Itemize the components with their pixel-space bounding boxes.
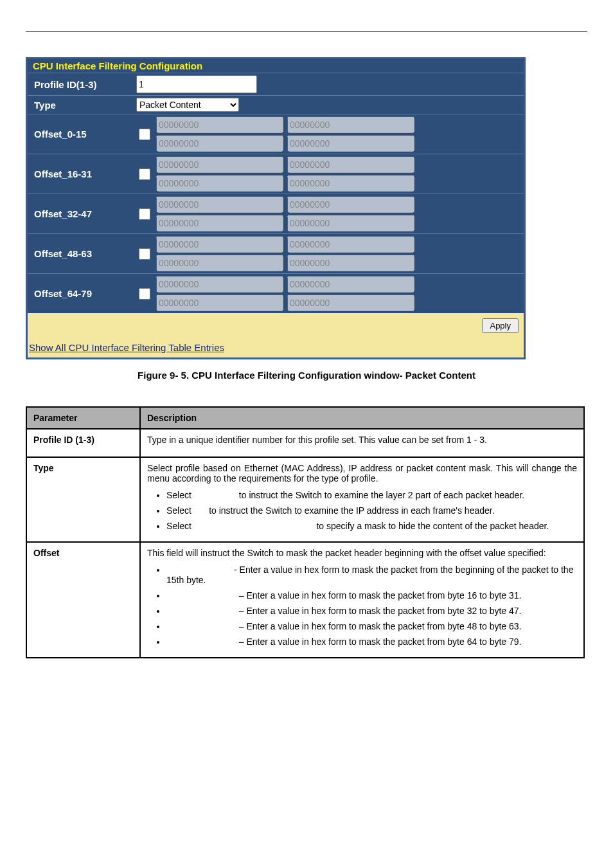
offset-32-47-input-a[interactable] <box>156 196 283 213</box>
offset-64-79-checkbox[interactable] <box>139 288 150 300</box>
col-parameter: Parameter <box>26 407 140 429</box>
offset-0-15-checkbox[interactable] <box>139 129 150 140</box>
offset-48-63-input-b[interactable] <box>287 236 414 253</box>
type-select[interactable]: Packet Content <box>136 98 239 112</box>
offset-48-63-input-d[interactable] <box>287 255 414 271</box>
profile-id-input[interactable] <box>136 75 257 93</box>
row-offset-label: Offset <box>26 542 140 658</box>
offset-0-15-input-a[interactable] <box>156 116 283 133</box>
offset-32-47-input-b[interactable] <box>287 196 414 213</box>
row-type-desc: Select profile based on Ethernet (MAC Ad… <box>140 457 584 542</box>
offset-64-79-label: Offset_64-79 <box>28 273 132 313</box>
offset-32-47-input-c[interactable] <box>156 215 283 231</box>
row-offset-desc: This field will instruct the Switch to m… <box>140 542 584 658</box>
offset-64-79-input-c[interactable] <box>156 294 283 311</box>
offset-48-63-label: Offset_48-63 <box>28 233 132 273</box>
show-all-entries-link[interactable]: Show All CPU Interface Filtering Table E… <box>29 342 224 353</box>
offset-64-79-input-b[interactable] <box>287 276 414 293</box>
offset-64-79-input-a[interactable] <box>156 276 283 293</box>
figure-caption: Figure 9- 5. CPU Interface Filtering Con… <box>26 370 587 381</box>
offset-16-31-label: Offset_16-31 <box>28 154 132 194</box>
row-profile-id-desc: Type in a unique identifier number for t… <box>140 429 584 457</box>
offset-48-63-input-c[interactable] <box>156 255 283 271</box>
col-description: Description <box>140 407 584 429</box>
offset-0-15-input-b[interactable] <box>287 116 414 133</box>
offset-16-31-input-c[interactable] <box>156 175 283 192</box>
offset-32-47-checkbox[interactable] <box>139 208 150 220</box>
row-type-label: Type <box>26 457 140 542</box>
offset-48-63-checkbox[interactable] <box>139 248 150 260</box>
offset-0-15-input-d[interactable] <box>287 135 414 152</box>
offset-16-31-checkbox[interactable] <box>139 168 150 180</box>
offset-64-79-input-d[interactable] <box>287 294 414 311</box>
offset-16-31-input-a[interactable] <box>156 156 283 173</box>
apply-button[interactable]: Apply <box>482 318 519 333</box>
offset-0-15-input-c[interactable] <box>156 135 283 152</box>
type-label: Type <box>28 95 132 114</box>
profile-id-label: Profile ID(1-3) <box>28 73 132 95</box>
offset-0-15-label: Offset_0-15 <box>28 114 132 154</box>
row-profile-id-label: Profile ID (1-3) <box>26 429 140 457</box>
offset-16-31-input-d[interactable] <box>287 175 414 192</box>
config-title: CPU Interface Filtering Configuration <box>28 59 524 73</box>
offset-48-63-input-a[interactable] <box>156 236 283 253</box>
offset-16-31-input-b[interactable] <box>287 156 414 173</box>
offset-32-47-label: Offset_32-47 <box>28 194 132 233</box>
offset-32-47-input-d[interactable] <box>287 215 414 231</box>
